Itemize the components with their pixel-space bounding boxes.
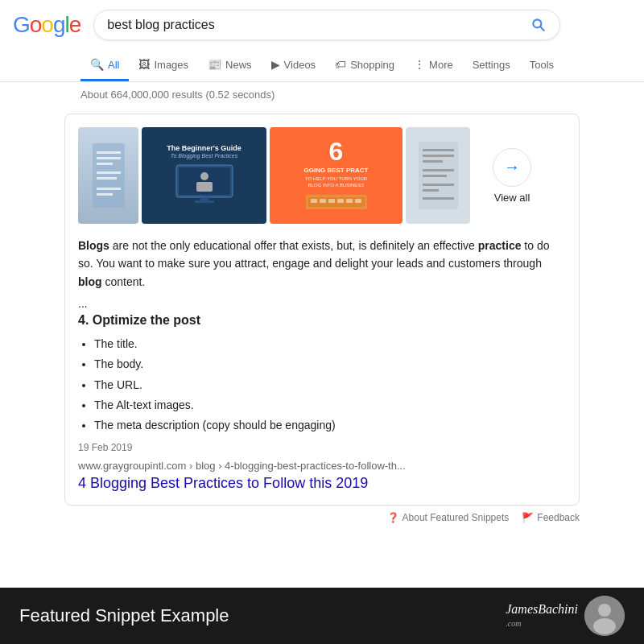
avatar	[584, 596, 625, 636]
signature-text: JamesBachini .com	[506, 602, 578, 630]
logo-e: e	[69, 12, 81, 38]
svg-rect-21	[337, 199, 344, 203]
about-snippets-link[interactable]: ❓ About Featured Snippets	[387, 512, 510, 523]
svg-rect-15	[195, 200, 214, 203]
svg-point-35	[593, 618, 616, 634]
snippet-image-1[interactable]	[78, 127, 138, 224]
google-logo: Google	[13, 12, 80, 38]
nav-item-images[interactable]: 🖼 Images	[129, 50, 198, 81]
snippet-image-4[interactable]	[406, 127, 470, 224]
snippet-image-3-subtext2: BLOG INTO A BUSINESS	[308, 183, 365, 188]
nav-settings[interactable]: Settings	[463, 51, 520, 81]
snippet-image-2-title: The Beginner's Guide	[167, 144, 242, 154]
feedback-link[interactable]: 🚩 Feedback	[522, 512, 580, 523]
logo-g2: g	[53, 12, 65, 38]
nav-item-shopping[interactable]: 🏷 Shopping	[325, 50, 404, 81]
more-icon: ⋮	[414, 58, 425, 71]
shopping-icon: 🏷	[335, 58, 346, 71]
snippet-text-part1: are not the only educational offer that …	[113, 239, 478, 252]
snippet-heading: 4. Optimize the post	[78, 313, 566, 328]
nav-tools[interactable]: Tools	[520, 51, 564, 81]
feedback-label: Feedback	[537, 512, 580, 523]
nav-item-more[interactable]: ⋮ More	[404, 50, 463, 81]
list-item: The Alt-text images.	[94, 395, 566, 415]
about-snippets-label: About Featured Snippets	[402, 512, 510, 523]
snippet-text-part3: content.	[105, 275, 145, 288]
snippet-image-3-number: 6	[329, 137, 344, 167]
snippet-bold-practice: practice	[478, 239, 522, 252]
svg-rect-27	[423, 160, 443, 163]
snippet-url: www.graygroupintl.com › blog › 4-bloggin…	[78, 460, 566, 472]
logo-g1: G	[13, 12, 30, 38]
snippet-images-row: The Beginner's Guide To Blogging Best Pr…	[78, 127, 566, 224]
svg-rect-8	[97, 188, 121, 190]
search-nav: 🔍 All 🖼 Images 📰 News ▶ Videos 🏷 Shoppin…	[0, 50, 644, 82]
list-item: The URL.	[94, 375, 566, 395]
view-all-arrow-icon: →	[493, 148, 531, 187]
nav-item-news[interactable]: 📰 News	[198, 50, 262, 81]
news-icon: 📰	[208, 58, 221, 71]
images-icon: 🖼	[138, 58, 150, 71]
settings-label: Settings	[473, 59, 510, 71]
snippet-list: The title. The body. The URL. The Alt-te…	[78, 334, 566, 436]
svg-rect-18	[311, 199, 317, 203]
snippet-ellipsis: ...	[78, 297, 566, 310]
svg-rect-32	[423, 197, 454, 200]
svg-rect-19	[320, 199, 326, 203]
svg-rect-5	[97, 163, 113, 165]
svg-rect-9	[97, 193, 113, 196]
question-icon: ❓	[387, 512, 399, 523]
svg-rect-20	[328, 199, 335, 203]
svg-line-1	[540, 27, 544, 31]
nav-label-videos: Videos	[284, 59, 316, 71]
nav-label-all: All	[108, 59, 119, 71]
tools-label: Tools	[530, 59, 554, 71]
svg-rect-25	[423, 149, 454, 151]
snippet-date: 19 Feb 2019	[78, 442, 566, 453]
svg-point-12	[200, 172, 208, 180]
videos-icon: ▶	[271, 58, 280, 71]
list-item: The meta description (copy should be eng…	[94, 415, 566, 436]
search-button[interactable]	[530, 17, 547, 33]
header: Google best blog practices	[0, 0, 644, 50]
results-count: About 664,000,000 results (0.52 seconds)	[0, 82, 644, 107]
snippet-bold-blogs: Blogs	[78, 239, 109, 252]
nav-label-news: News	[225, 59, 252, 71]
snippet-body-text: Blogs are not the only educational offer…	[78, 237, 566, 291]
nav-label-more: More	[429, 59, 453, 71]
nav-item-all[interactable]: 🔍 All	[80, 50, 129, 81]
svg-rect-6	[97, 171, 121, 174]
all-icon: 🔍	[90, 58, 104, 71]
search-bar: best blog practices	[93, 10, 560, 40]
search-icon	[530, 17, 547, 33]
svg-point-34	[598, 604, 611, 617]
results-text: About 664,000,000 results (0.52 seconds)	[80, 89, 275, 101]
featured-snippet-card: The Beginner's Guide To Blogging Best Pr…	[64, 114, 580, 506]
svg-rect-26	[423, 155, 454, 157]
svg-rect-13	[196, 182, 213, 192]
snippet-image-3-text: GGING BEST PRACT	[303, 167, 368, 175]
list-item: The body.	[94, 354, 566, 374]
search-input[interactable]: best blog practices	[107, 18, 530, 32]
snippet-image-3[interactable]: 6 GGING BEST PRACT TO HELP YOU TURN YOUR…	[270, 127, 402, 224]
view-all-button[interactable]: → View all	[480, 148, 544, 204]
nav-label-shopping: Shopping	[350, 59, 394, 71]
bottom-bar: Featured Snippet Example JamesBachini .c…	[0, 588, 644, 644]
feedback-icon: 🚩	[522, 512, 534, 523]
logo-o1: o	[30, 12, 42, 38]
nav-item-videos[interactable]: ▶ Videos	[262, 50, 326, 81]
svg-rect-28	[423, 169, 454, 171]
snippet-image-3-subtext: TO HELP YOU TURN YOUR	[305, 176, 367, 181]
nav-label-images: Images	[154, 59, 188, 71]
svg-rect-22	[346, 199, 353, 203]
svg-rect-29	[423, 175, 447, 177]
svg-rect-30	[423, 184, 454, 186]
snippet-image-2[interactable]: The Beginner's Guide To Blogging Best Pr…	[142, 127, 266, 224]
snippet-result-link[interactable]: 4 Blogging Best Practices to Follow this…	[78, 475, 368, 491]
bottom-bar-logo: JamesBachini .com	[506, 596, 625, 636]
feedback-row: ❓ About Featured Snippets 🚩 Feedback	[0, 506, 644, 530]
bottom-bar-title: Featured Snippet Example	[19, 605, 229, 626]
snippet-image-2-subtitle: To Blogging Best Practices	[171, 153, 237, 159]
svg-rect-14	[200, 197, 208, 200]
svg-rect-31	[423, 189, 439, 192]
